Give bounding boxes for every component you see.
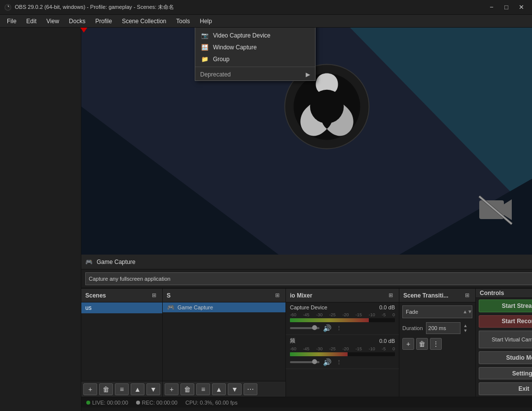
game-capture-row: 🎮 Game Capture (81, 255, 532, 269)
cpu-label: CPU: 0.3%, 60.00 fps (185, 400, 238, 406)
ctx-deprecated[interactable]: Deprecated ▶ (195, 69, 315, 80)
fullscreen-bar: Capture any fullscreen application ▲▼ (81, 269, 532, 288)
source-item-game-capture[interactable]: 🎮 Game Capture (163, 302, 285, 312)
scene-add-btn[interactable]: + (83, 383, 97, 395)
transition-more-btn[interactable]: ⋮ (430, 338, 442, 350)
menu-profile[interactable]: Profile (90, 16, 117, 26)
camera-off-icon (478, 195, 513, 225)
preview-canvas[interactable]: 🔊 Application Audio Capture (BETA) 🎙 Aud… (81, 28, 532, 255)
right-side: 🔊 Application Audio Capture (BETA) 🎙 Aud… (81, 28, 532, 411)
controls-panel-title: Controls (480, 290, 504, 297)
audio-mute-2-btn[interactable]: 🔊 (322, 358, 331, 367)
audio-channel-2-name: 频 (290, 337, 295, 344)
menu-edit[interactable]: Edit (21, 16, 41, 26)
transition-select[interactable]: Fade (402, 305, 472, 318)
audio-channel-1-name: Capture Device (290, 304, 327, 310)
menu-help[interactable]: Help (195, 16, 217, 26)
scenes-panel-title: Scenes (85, 292, 106, 299)
transition-remove-btn[interactable]: 🗑 (416, 338, 428, 350)
window-title: OBS 29.0.2 (64-bit, windows) - Profile: … (15, 3, 485, 11)
scenes-panel-header: Scenes ⊞ (81, 289, 162, 302)
close-button[interactable]: ✕ (514, 2, 528, 12)
settings-button[interactable]: Settings (479, 367, 532, 380)
scenes-expand-btn[interactable]: ⊞ (149, 291, 158, 300)
statusbar: LIVE: 00:00:00 REC: 00:00:00 CPU: 0.3%, … (81, 397, 532, 408)
studio-mode-button[interactable]: Studio Mode (479, 351, 532, 364)
scene-down-btn[interactable]: ▼ (146, 383, 160, 395)
source-game-capture-icon: 🎮 (167, 304, 175, 311)
audio-mixer-title: io Mixer (290, 292, 312, 299)
svg-rect-5 (479, 200, 504, 219)
rec-label: REC: 00:00:00 (142, 400, 177, 406)
source-more-btn[interactable]: ⋯ (244, 383, 257, 395)
start-recording-button[interactable]: Start Recording (479, 315, 532, 328)
scene-item-us[interactable]: us (81, 302, 162, 313)
source-up-btn[interactable]: ▲ (212, 383, 226, 395)
audio-channel-1: Capture Device 0.0 dB -60 -45 -30 -25 -2… (286, 302, 399, 335)
minimize-button[interactable]: − (485, 2, 498, 12)
maximize-button[interactable]: □ (499, 2, 513, 12)
scenes-toolbar: + 🗑 ≡ ▲ ▼ (81, 381, 162, 397)
menu-tools[interactable]: Tools (171, 16, 195, 26)
audio-controls-1: 🔊 ⋮ (290, 324, 395, 333)
audio-more-1-btn[interactable]: ⋮ (334, 324, 343, 333)
start-virtual-camera-button[interactable]: Start Virtual Camera (479, 331, 532, 348)
audio-mixer-panel: io Mixer ⊞ Capture Device 0.0 dB -60 -45… (286, 289, 399, 397)
scenes-panel: Scenes ⊞ us + 🗑 ≡ ▲ ▼ (81, 289, 163, 397)
source-game-capture-label: Game Capture (177, 304, 213, 310)
menu-file[interactable]: File (2, 16, 21, 26)
duration-input[interactable] (426, 322, 461, 334)
audio-mixer-expand-btn[interactable]: ⊞ (386, 291, 395, 300)
game-capture-source-icon: 🎮 (85, 259, 93, 265)
audio-ticks-2: -60 -45 -30 -25 -20 -15 -10 -5 0 (290, 346, 395, 352)
transitions-panel-title: Scene Transiti... (403, 292, 448, 299)
ctx-window-capture[interactable]: 🪟 Window Capture (195, 41, 315, 53)
sources-panel-header: S ⊞ (163, 289, 285, 302)
sources-panel-title: S (167, 292, 171, 299)
menu-docks[interactable]: Docks (64, 16, 90, 26)
group-icon: 📁 (200, 56, 209, 63)
audio-more-2-btn[interactable]: ⋮ (334, 358, 343, 367)
source-filter-btn[interactable]: ≡ (196, 383, 210, 395)
scenes-list: us (81, 302, 162, 313)
audio-knob-1[interactable] (290, 327, 319, 329)
live-dot (86, 401, 90, 405)
transitions-panel-header: Scene Transiti... ⊞ (399, 289, 475, 302)
ctx-group[interactable]: 📁 Group (195, 53, 315, 65)
ctx-video-capture[interactable]: 📷 Video Capture Device (195, 30, 315, 41)
duration-label: Duration (402, 325, 423, 331)
sources-panel-icons: ⊞ (273, 291, 282, 300)
status-rec: REC: 00:00:00 (136, 400, 177, 406)
scene-remove-btn[interactable]: 🗑 (99, 383, 113, 395)
transitions-toolbar: + 🗑 ⋮ (399, 336, 475, 352)
audio-channel-1-level: 0.0 dB (379, 304, 395, 310)
duration-spinners: ▲ ▼ (463, 323, 468, 333)
video-capture-icon: 📷 (200, 32, 209, 39)
audio-mute-1-btn[interactable]: 🔊 (322, 324, 331, 333)
scene-filter-btn[interactable]: ≡ (115, 383, 129, 395)
menu-view[interactable]: View (41, 16, 64, 26)
source-remove-btn[interactable]: 🗑 (180, 383, 194, 395)
start-streaming-button[interactable]: Start Streaming (479, 299, 532, 312)
source-down-btn[interactable]: ▼ (228, 383, 242, 395)
audio-mixer-header: io Mixer ⊞ (286, 289, 399, 302)
transition-add-btn[interactable]: + (402, 338, 414, 350)
exit-button[interactable]: Exit (479, 382, 532, 395)
menubar: File Edit View Docks Profile Scene Colle… (0, 15, 532, 28)
status-cpu: CPU: 0.3%, 60.00 fps (185, 400, 238, 406)
sources-toolbar: + 🗑 ≡ ▲ ▼ ⋯ (163, 381, 285, 397)
sources-expand-btn[interactable]: ⊞ (273, 291, 282, 300)
fullscreen-select[interactable]: Capture any fullscreen application (85, 272, 532, 285)
audio-knob-2[interactable] (290, 361, 319, 363)
menu-scene-collection[interactable]: Scene Collection (117, 16, 171, 26)
audio-controls-2: 🔊 ⋮ (290, 358, 395, 367)
audio-channel-2: 频 0.0 dB -60 -45 -30 -25 -20 -15 -10 -5 … (286, 335, 399, 369)
source-add-btn[interactable]: + (165, 383, 178, 395)
live-label: LIVE: 00:00:00 (92, 400, 128, 406)
scene-up-btn[interactable]: ▲ (131, 383, 144, 395)
transitions-panel-icons: ⊞ (462, 291, 471, 300)
red-arrow-indicator (80, 28, 87, 33)
audio-meter-2-fill (290, 352, 348, 356)
transitions-expand-btn[interactable]: ⊞ (462, 291, 471, 300)
duration-row: Duration ▲ ▼ (399, 320, 475, 336)
